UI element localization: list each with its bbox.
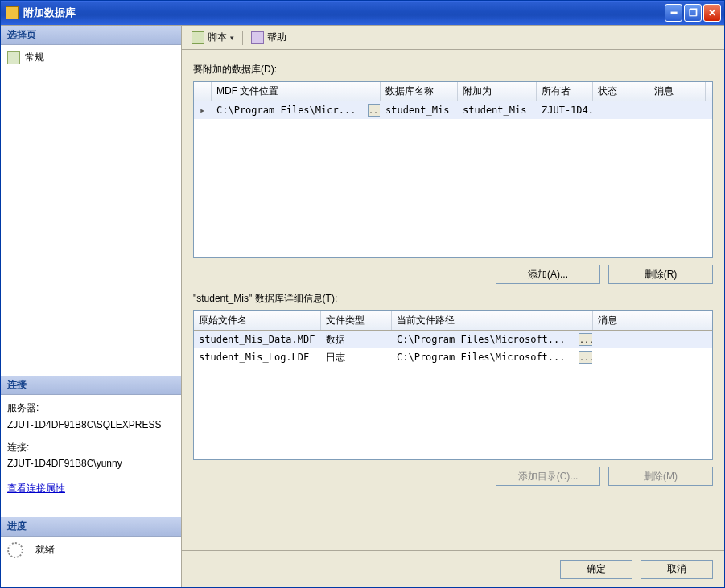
col-current-path[interactable]: 当前文件路径 [392, 311, 593, 330]
help-icon [251, 31, 264, 44]
progress-section: 就绪 [1, 537, 181, 563]
attach-database-dialog: 附加数据库 ━ ❐ ✕ 选择页 常规 连接 服务器: ZJUT-1D4DF91B… [0, 0, 725, 588]
page-general[interactable]: 常规 [7, 48, 175, 67]
browse-mdf-button[interactable]: ... [368, 104, 381, 117]
window-title: 附加数据库 [23, 6, 665, 20]
col-owner[interactable]: 所有者 [537, 82, 593, 101]
help-button[interactable]: 帮助 [248, 29, 290, 46]
toolbar: 脚本 ▾ 帮助 [182, 26, 724, 50]
cell-status [593, 109, 649, 112]
view-connection-props[interactable]: 查看连接属性 [7, 480, 175, 496]
col-message[interactable]: 消息 [649, 82, 706, 101]
cell-filename[interactable]: student_Mis_Log.LDF [194, 350, 321, 364]
app-icon [6, 6, 19, 19]
cell-message [649, 109, 706, 112]
right-panel: 脚本 ▾ 帮助 要附加的数据库(D): MDF 文件位置 数据库名称 附加为 [182, 26, 724, 587]
close-button[interactable]: ✕ [703, 4, 721, 22]
databases-grid[interactable]: MDF 文件位置 数据库名称 附加为 所有者 状态 消息 ▸ C:\Progra… [193, 81, 713, 258]
cell-attachas[interactable]: student_Mis [458, 103, 537, 117]
server-value: ZJUT-1D4DF91B8C\SQLEXPRESS [7, 417, 175, 433]
col-attach-as[interactable]: 附加为 [458, 82, 537, 101]
browse-path-button[interactable]: ... [579, 333, 593, 346]
cell-dbname[interactable]: student_Mis [381, 103, 458, 117]
conn-label: 连接: [7, 439, 175, 455]
detail-label: "student_Mis" 数据库详细信息(T): [193, 292, 713, 306]
files-grid[interactable]: 原始文件名 文件类型 当前文件路径 消息 student_Mis_Data.MD… [193, 310, 713, 460]
script-label: 脚本 [208, 31, 227, 44]
col-pointer[interactable] [194, 82, 212, 101]
conn-value: ZJUT-1D4DF91B8C\yunny [7, 455, 175, 471]
grid-header-row: MDF 文件位置 数据库名称 附加为 所有者 状态 消息 [194, 82, 712, 101]
titlebar[interactable]: 附加数据库 ━ ❐ ✕ [1, 1, 724, 25]
script-icon [192, 31, 204, 44]
row-pointer-icon: ▸ [194, 103, 212, 117]
attach-db-label: 要附加的数据库(D): [193, 63, 713, 76]
help-label: 帮助 [267, 31, 286, 44]
maximize-button[interactable]: ❐ [684, 4, 702, 22]
page-general-label: 常规 [25, 51, 44, 64]
left-panel: 选择页 常规 连接 服务器: ZJUT-1D4DF91B8C\SQLEXPRES… [1, 26, 182, 587]
server-label: 服务器: [7, 400, 175, 416]
col-status[interactable]: 状态 [593, 82, 649, 101]
add-button[interactable]: 添加(A)... [496, 265, 600, 284]
toolbar-separator [242, 31, 243, 45]
cell-path[interactable]: C:\Program Files\Microsoft... [392, 350, 574, 364]
table-row[interactable]: student_Mis_Data.MDF 数据 C:\Program Files… [194, 331, 712, 348]
connection-header: 连接 [1, 376, 181, 395]
remove-button[interactable]: 删除(R) [608, 265, 713, 284]
cell-path[interactable]: C:\Program Files\Microsoft... [392, 332, 574, 347]
cell-filetype[interactable]: 日志 [321, 349, 392, 366]
cell-mdf[interactable]: C:\Program Files\Micr... [212, 103, 363, 117]
dialog-footer: 确定 取消 [182, 550, 724, 587]
select-page-header: 选择页 [1, 26, 181, 45]
col-message2[interactable]: 消息 [593, 311, 657, 330]
progress-status: 就绪 [35, 544, 55, 555]
browse-path-button[interactable]: ... [579, 351, 593, 364]
col-file-type[interactable]: 文件类型 [321, 311, 392, 330]
cancel-button[interactable]: 取消 [641, 560, 713, 579]
minimize-button[interactable]: ━ [665, 4, 682, 22]
ok-button[interactable]: 确定 [560, 560, 632, 579]
add-directory-button[interactable]: 添加目录(C)... [496, 467, 600, 486]
remove-file-button[interactable]: 删除(M) [608, 467, 713, 486]
cell-msg [593, 356, 657, 359]
cell-owner[interactable]: ZJUT-1D4... [537, 103, 593, 117]
dropdown-arrow-icon[interactable]: ▾ [230, 34, 234, 42]
cell-filename[interactable]: student_Mis_Data.MDF [194, 332, 321, 347]
cell-msg [593, 338, 657, 341]
page-icon [7, 51, 20, 64]
script-button[interactable]: 脚本 ▾ [188, 29, 237, 46]
col-mdf-location[interactable]: MDF 文件位置 [212, 82, 381, 101]
progress-header: 进度 [1, 517, 181, 537]
col-original-filename[interactable]: 原始文件名 [194, 311, 321, 330]
table-row[interactable]: student_Mis_Log.LDF 日志 C:\Program Files\… [194, 348, 712, 366]
files-header-row: 原始文件名 文件类型 当前文件路径 消息 [194, 311, 712, 331]
col-db-name[interactable]: 数据库名称 [381, 82, 458, 101]
connection-info: 服务器: ZJUT-1D4DF91B8C\SQLEXPRESS 连接: ZJUT… [1, 395, 181, 501]
table-row[interactable]: ▸ C:\Program Files\Micr... ... student_M… [194, 101, 712, 119]
view-connection-props-link[interactable]: 查看连接属性 [7, 483, 65, 494]
cell-filetype[interactable]: 数据 [321, 331, 392, 348]
progress-spinner-icon [7, 542, 23, 558]
